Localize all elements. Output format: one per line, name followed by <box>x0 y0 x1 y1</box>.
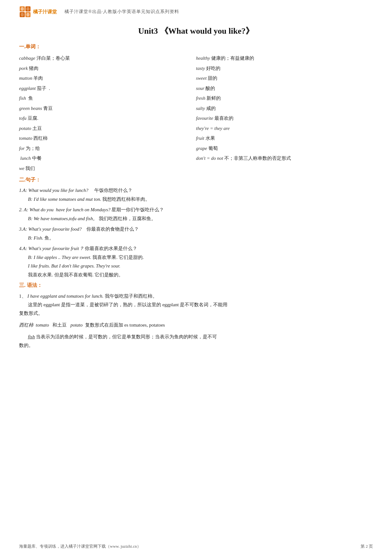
sentence-2b-zh: 我们吃西红柿，豆腐和鱼。 <box>99 216 156 221</box>
vocab-en: cabbage <box>19 56 35 61</box>
grammar-3-line2: 数的。 <box>19 341 373 350</box>
vocab-en: salty <box>196 106 205 111</box>
grammar-3-text: 当表示为活的鱼的时候，是可数的，但它是单复数同形；当表示为鱼肉的时候，是不可 <box>36 334 217 339</box>
vocab-zh: 酸的 <box>206 86 215 91</box>
vocab-en: eggplant <box>19 86 36 91</box>
vocab-item: healthy 健康的；有益健康的 <box>196 53 373 64</box>
vocab-en: sweet <box>196 76 206 81</box>
vocab-item: grape 葡萄 <box>196 144 373 154</box>
vocab-item: for 为；给 <box>19 144 196 154</box>
sentence-1a-zh: 午饭你想吃什么？ <box>90 188 132 193</box>
vocab-item: fish 鱼 <box>19 93 196 104</box>
vocab-item: lunch 中餐 <box>19 153 196 164</box>
vocab-en: they're = they are <box>196 126 230 131</box>
sentence-1b: B: I'd like some tomatoes and mut ton. 我… <box>28 195 373 204</box>
page-header: 橘子汁课堂 橘子汁课堂®出品·人教版小学英语单元知识点系列资料 <box>19 6 373 20</box>
vocab-item: pork 猪肉 <box>19 64 196 74</box>
vocab-item: salty 咸的 <box>196 104 373 114</box>
vocab-zh: 我们 <box>25 166 35 171</box>
vocab-en: green beans <box>19 106 42 111</box>
vocab-item: tomato 西红柿 <box>19 133 196 144</box>
vocab-en: for <box>19 146 25 151</box>
grammar-1-main: 1、 I have eggplant and tomatoes for lunc… <box>19 292 373 301</box>
section-vocab: 一.单词： cabbage 洋白菜；卷心菜 healthy 健康的；有益健康的 … <box>19 44 373 173</box>
vocab-en: potato <box>19 126 31 131</box>
vocab-zh: 为；给 <box>26 146 40 151</box>
sentence-4b3-zh: 我喜欢水果. 但是我不喜欢葡萄. 它们是酸的。 <box>28 271 373 279</box>
sentence-3a: 3.A: What's your favourite food? 你最喜欢的食物… <box>19 225 373 234</box>
grammar-1-note2: 复数形式。 <box>19 309 373 318</box>
sentence-pair-1: 1.A: What would you like for lunch? 午饭你想… <box>19 186 373 203</box>
sentence-1b-zh: 我想吃西红柿和羊肉。 <box>102 197 150 202</box>
vocab-item: fresh 新鲜的 <box>196 93 373 104</box>
vocab-en: favourite <box>196 116 213 121</box>
grammar-2-potato: potato <box>71 322 84 328</box>
vocab-zh: 咸的 <box>206 106 216 111</box>
vocab-en: tofu <box>19 116 26 121</box>
vocab-item: don't = do not 不；非第三人称单数的否定形式 <box>196 153 373 164</box>
sentence-3a-zh: 你最喜欢的食物是什么？ <box>83 227 139 232</box>
vocab-en: tomato <box>19 136 32 141</box>
sentence-3a-en: 3.A: What's your favourite food? <box>19 227 82 232</box>
vocab-en: fish <box>19 96 26 101</box>
vocab-zh: 健康的；有益健康的 <box>211 56 254 61</box>
sentence-pair-2: 2. A: What do you have for lunch on Mond… <box>19 206 373 223</box>
sentence-4b-en: B: I like apples .. They are sweet. <box>28 255 91 260</box>
grammar-2-tomato: 西红柿 tomato <box>19 322 51 328</box>
vocab-item <box>196 164 373 174</box>
vocab-item: mutton 羊肉 <box>19 73 196 84</box>
grammar-1-zh: 我午饭吃茄子和西红柿。 <box>105 294 157 299</box>
grammar-3-fish: fish <box>28 334 35 339</box>
vocab-item: green beans 青豆 <box>19 104 196 114</box>
grammar-2-text: 复数形式在后面加 es tomatoes, potatoes <box>85 322 165 328</box>
vocab-item: tasty 好吃的 <box>196 64 373 74</box>
grammar-2-and: 和土豆 <box>52 322 69 328</box>
sentence-2a-zh: 星期一你们午饭吃什么？ <box>112 207 164 212</box>
sentence-1a: 1.A: What would you like for lunch? 午饭你想… <box>19 186 373 195</box>
vocab-zh: 新鲜的 <box>206 96 221 101</box>
vocab-zh: 甜的 <box>208 76 217 81</box>
vocab-zh: 洋白菜；卷心菜 <box>37 56 70 61</box>
vocab-item: cabbage 洋白菜；卷心菜 <box>19 53 196 64</box>
grammar-item-3: fish 当表示为活的鱼的时候，是可数的，但它是单复数同形；当表示为鱼肉的时候，… <box>19 333 373 350</box>
vocab-en: we <box>19 166 24 171</box>
footer-left: 海量题库、专项训练，进入橘子汁课堂官网下载（www. juzizhi.cn） <box>19 544 141 549</box>
vocab-en: healthy <box>196 56 210 61</box>
section-vocab-heading: 一.单词： <box>19 44 373 50</box>
svg-point-5 <box>26 7 30 11</box>
vocab-item: fruit 水果 <box>196 133 373 144</box>
vocab-zh: 水果 <box>206 136 215 141</box>
sentence-2b: B: We have tomatoes,tofu and fish。 我们吃西红… <box>28 215 373 223</box>
vocab-zh: 葡萄 <box>208 146 218 151</box>
vocab-grid: cabbage 洋白菜；卷心菜 healthy 健康的；有益健康的 pork 猪… <box>19 53 373 173</box>
vocab-item: we 我们 <box>19 164 196 174</box>
vocab-en: don't = do not <box>196 156 223 161</box>
svg-point-7 <box>26 13 30 17</box>
header-subtitle: 橘子汁课堂®出品·人教版小学英语单元知识点系列资料 <box>64 9 179 15</box>
sentence-3b-en: B: Fish. <box>28 235 44 240</box>
vocab-en: fresh <box>196 96 205 101</box>
vocab-zh: 不；非第三人称单数的否定形式 <box>224 156 291 161</box>
vocab-en: mutton <box>19 76 32 81</box>
grammar-item-2: 西红柿 tomato 和土豆 potato 复数形式在后面加 es tomato… <box>19 321 373 329</box>
page-footer: 海量题库、专项训练，进入橘子汁课堂官网下载（www. juzizhi.cn） 第… <box>0 544 392 549</box>
sentence-4a-en: 4.A: What's your favourite fruit？ <box>19 246 84 251</box>
vocab-zh: 土豆 <box>32 126 42 131</box>
section-grammar: 三. 语法： 1、 I have eggplant and tomatoes f… <box>19 282 373 350</box>
vocab-zh: 猪肉 <box>29 66 38 71</box>
vocab-zh: 中餐 <box>32 156 42 161</box>
vocab-item: tofu 豆腐. <box>19 113 196 124</box>
logo-icon <box>19 6 31 18</box>
vocab-zh: 鱼 <box>27 96 33 101</box>
svg-point-4 <box>21 7 24 11</box>
section-sentences-heading: 二.句子： <box>19 177 373 183</box>
sentence-1a-en: 1.A: What would you like for lunch? <box>19 188 88 193</box>
page-title: Unit3 《What would you like?》 <box>19 25 373 37</box>
sentence-4b2-en: I like fruits. But I don't like grapes. … <box>28 263 120 268</box>
vocab-en: fruit <box>196 136 204 141</box>
sentence-4b-zh: 我喜欢苹果. 它们是甜的. <box>92 255 144 260</box>
grammar-1-note1: 这里的 eggplant 是指一道菜，是被切碎了的，熟的，所以这里的 eggpl… <box>28 301 373 309</box>
sentence-3b-zh: 鱼。 <box>44 235 54 240</box>
logo: 橘子汁课堂 <box>19 6 57 18</box>
section-sentences: 二.句子： 1.A: What would you like for lunch… <box>19 177 373 279</box>
